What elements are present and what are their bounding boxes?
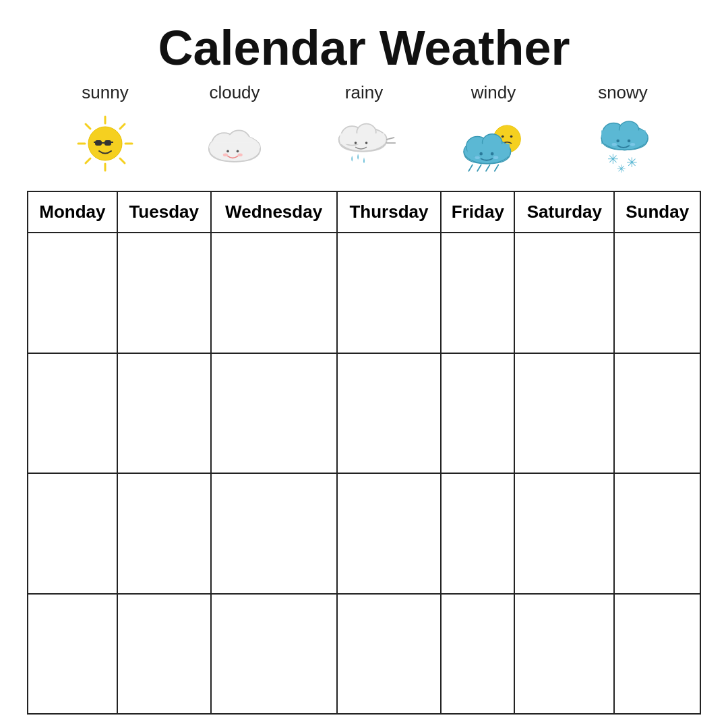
rainy-icon (327, 110, 401, 177)
svg-point-52 (612, 143, 617, 146)
svg-line-5 (120, 158, 125, 163)
weather-item-windy: windy (456, 82, 530, 177)
table-row (28, 353, 700, 474)
calendar-table: Monday Tuesday Wednesday Thursday Friday… (27, 191, 701, 715)
cell-row1-fri[interactable] (441, 233, 514, 353)
windy-label: windy (471, 82, 516, 103)
header-thursday: Thursday (337, 191, 442, 233)
svg-rect-18 (213, 143, 256, 154)
svg-point-22 (238, 154, 243, 157)
page-title: Calendar Weather (158, 20, 570, 75)
cell-row2-mon[interactable] (28, 353, 117, 474)
svg-line-39 (477, 165, 481, 171)
svg-line-41 (495, 165, 499, 171)
svg-point-32 (502, 135, 504, 138)
cell-row3-sat[interactable] (514, 473, 614, 594)
svg-point-50 (616, 140, 619, 143)
svg-point-21 (223, 154, 228, 157)
cloudy-label: cloudy (209, 82, 260, 103)
cell-row3-tue[interactable] (117, 473, 211, 594)
cell-row2-sat[interactable] (514, 353, 614, 474)
weather-icons-row: sunny (27, 82, 701, 177)
table-row (28, 473, 700, 594)
cell-row4-mon[interactable] (28, 594, 117, 715)
svg-point-42 (479, 152, 483, 156)
svg-rect-10 (104, 140, 111, 146)
cell-row3-sun[interactable] (614, 473, 700, 594)
cloudy-icon (198, 110, 272, 177)
cell-row1-sat[interactable] (514, 233, 614, 353)
svg-line-6 (120, 124, 125, 129)
header-tuesday: Tuesday (117, 191, 211, 233)
page-container: Calendar Weather sunny (0, 0, 728, 728)
header-saturday: Saturday (514, 191, 614, 233)
svg-point-51 (628, 140, 631, 143)
weather-item-rainy: rainy (327, 82, 401, 177)
cell-row4-fri[interactable] (441, 594, 514, 715)
header-friday: Friday (441, 191, 514, 233)
svg-point-44 (475, 156, 480, 159)
cell-row1-mon[interactable] (28, 233, 117, 353)
svg-point-30 (365, 142, 368, 144)
svg-point-43 (491, 152, 494, 156)
weather-item-sunny: sunny (68, 82, 142, 177)
table-row (28, 233, 700, 353)
cell-row3-fri[interactable] (441, 473, 514, 594)
snowy-icon: ✳ ✳ ✳ (586, 110, 660, 177)
svg-line-7 (86, 158, 90, 163)
sunny-label: sunny (82, 82, 128, 103)
svg-rect-26 (340, 133, 384, 144)
svg-line-27 (387, 138, 394, 140)
svg-point-53 (630, 143, 635, 146)
cell-row1-wed[interactable] (211, 233, 337, 353)
header-wednesday: Wednesday (211, 191, 337, 233)
cell-row2-thu[interactable] (337, 353, 442, 474)
snowy-label: snowy (598, 82, 648, 103)
weather-item-snowy: snowy ✳ ✳ (586, 82, 660, 177)
cell-row2-tue[interactable] (117, 353, 211, 474)
svg-rect-49 (601, 130, 645, 144)
cell-row4-sun[interactable] (614, 594, 700, 715)
svg-line-38 (468, 165, 473, 171)
sunny-icon (68, 110, 142, 177)
rainy-label: rainy (345, 82, 383, 103)
svg-point-20 (237, 150, 239, 153)
svg-line-4 (86, 124, 90, 129)
cell-row1-tue[interactable] (117, 233, 211, 353)
svg-point-45 (493, 156, 498, 159)
cell-row2-fri[interactable] (441, 353, 514, 474)
cell-row4-tue[interactable] (117, 594, 211, 715)
calendar-header-row: Monday Tuesday Wednesday Thursday Friday… (28, 191, 700, 233)
cell-row2-wed[interactable] (211, 353, 337, 474)
svg-text:✳: ✳ (626, 155, 638, 170)
windy-icon (456, 110, 530, 177)
cell-row3-wed[interactable] (211, 473, 337, 594)
cell-row3-thu[interactable] (337, 473, 442, 594)
svg-rect-9 (95, 140, 102, 146)
cell-row1-sun[interactable] (614, 233, 700, 353)
svg-point-33 (510, 135, 513, 138)
cell-row4-wed[interactable] (211, 594, 337, 715)
cell-row2-sun[interactable] (614, 353, 700, 474)
svg-line-40 (486, 165, 490, 171)
svg-point-29 (355, 142, 357, 144)
table-row (28, 594, 700, 715)
cell-row4-thu[interactable] (337, 594, 442, 715)
header-monday: Monday (28, 191, 117, 233)
header-sunday: Sunday (614, 191, 700, 233)
cell-row4-sat[interactable] (514, 594, 614, 715)
svg-point-19 (226, 150, 229, 153)
svg-text:✳: ✳ (617, 162, 626, 174)
cell-row1-thu[interactable] (337, 233, 442, 353)
cell-row3-mon[interactable] (28, 473, 117, 594)
weather-item-cloudy: cloudy (198, 82, 272, 177)
svg-rect-37 (468, 144, 510, 156)
